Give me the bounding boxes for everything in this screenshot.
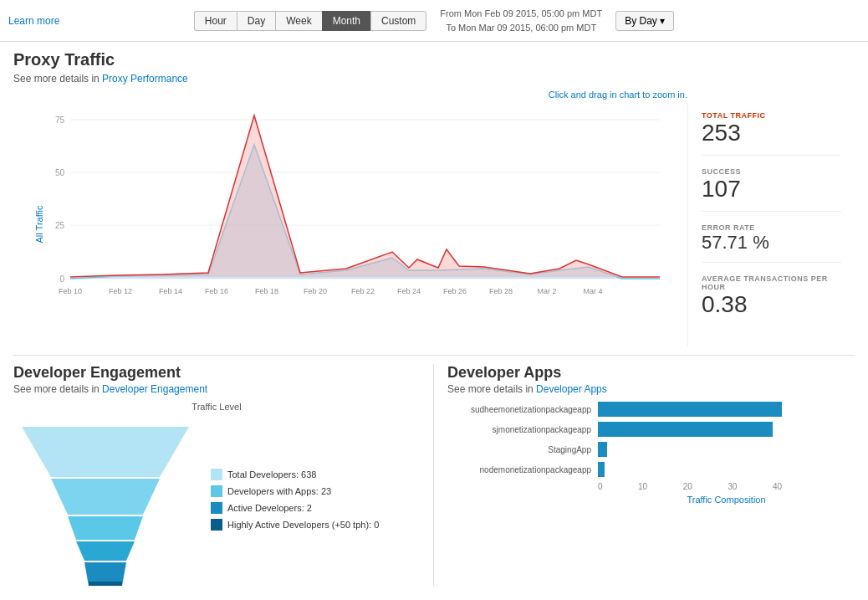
dev-engagement-link[interactable]: Developer Engagement xyxy=(102,383,207,395)
svg-marker-24 xyxy=(51,479,160,515)
hour-button[interactable]: Hour xyxy=(194,11,237,31)
legend-label-2: Active Developers: 2 xyxy=(227,503,312,513)
funnel-container: Total Developers: 638 Developers with Ap… xyxy=(13,418,420,586)
dev-apps-title: Developer Apps xyxy=(447,364,855,382)
top-bar: Learn more Hour Day Week Month Custom Fr… xyxy=(0,0,868,42)
axis-label: 10 xyxy=(638,482,647,491)
svg-text:75: 75 xyxy=(55,115,65,125)
custom-button[interactable]: Custom xyxy=(370,11,426,31)
by-day-button[interactable]: By Day ▾ xyxy=(615,11,674,31)
bar-label-2: StagingApp xyxy=(447,445,598,454)
axis-label: 30 xyxy=(728,482,737,491)
traffic-chart-wrapper: All Traffic 75 50 25 0 xyxy=(13,103,687,346)
error-rate-stat: ERROR RATE 57.71 % xyxy=(702,223,841,263)
bar-chart: sudheemonetizationpackageappsjmonetizati… xyxy=(447,402,855,491)
error-rate-label: ERROR RATE xyxy=(702,223,841,232)
svg-text:All Traffic: All Traffic xyxy=(34,205,44,244)
svg-text:Feb 10: Feb 10 xyxy=(59,287,82,295)
bar-label-0: sudheemonetizationpackageapp xyxy=(447,405,598,414)
bar-outer-3 xyxy=(598,462,855,477)
avg-tx-stat: AVERAGE TRANSACTIONS PER HOUR 0.38 xyxy=(702,274,841,326)
chart-hint: Click and drag in chart to zoom in. xyxy=(13,90,855,100)
svg-text:Feb 26: Feb 26 xyxy=(443,287,467,295)
proxy-performance-link[interactable]: Proxy Performance xyxy=(102,73,188,85)
bar-axis-title: Traffic Composition xyxy=(447,495,855,505)
date-range: From Mon Feb 09 2015, 05:00 pm MDT To Mo… xyxy=(440,7,602,34)
error-rate-value: 57.71 % xyxy=(702,232,841,254)
legend-label-3: Highly Active Developers (+50 tph): 0 xyxy=(227,520,379,530)
traffic-chart[interactable]: All Traffic 75 50 25 0 xyxy=(13,103,687,337)
axis-label: 0 xyxy=(598,482,603,491)
legend-item-2: Active Developers: 2 xyxy=(211,502,379,514)
svg-marker-25 xyxy=(68,516,143,540)
svg-text:Feb 16: Feb 16 xyxy=(205,287,228,295)
bar-outer-1 xyxy=(598,422,855,437)
avg-tx-value: 0.38 xyxy=(702,291,841,318)
bar-row-0: sudheemonetizationpackageapp xyxy=(447,402,855,417)
success-value: 107 xyxy=(702,176,841,203)
svg-rect-28 xyxy=(89,582,122,586)
proxy-traffic-subtitle: See more details in Proxy Performance xyxy=(13,73,855,85)
svg-text:Feb 22: Feb 22 xyxy=(351,287,375,295)
dev-engagement-subtitle: See more details in Developer Engagement xyxy=(13,383,420,395)
time-range-buttons: Hour Day Week Month Custom xyxy=(194,11,427,31)
svg-text:Mar 2: Mar 2 xyxy=(537,287,556,295)
funnel-chart xyxy=(13,418,197,586)
bar-axis-labels: 010203040 xyxy=(598,482,782,491)
svg-text:0: 0 xyxy=(59,274,64,284)
legend-label-0: Total Developers: 638 xyxy=(227,469,316,479)
svg-marker-10 xyxy=(70,115,660,277)
bar-fill-0 xyxy=(598,402,782,417)
success-stat: SUCCESS 107 xyxy=(702,167,841,212)
stats-panel: TOTAL TRAFFIC 253 SUCCESS 107 ERROR RATE… xyxy=(687,103,855,346)
svg-text:Feb 24: Feb 24 xyxy=(397,287,421,295)
total-traffic-label: TOTAL TRAFFIC xyxy=(702,111,841,120)
bottom-panels: Developer Engagement See more details in… xyxy=(13,355,855,586)
month-button[interactable]: Month xyxy=(322,11,370,31)
funnel-legend: Total Developers: 638 Developers with Ap… xyxy=(211,469,379,536)
svg-text:Feb 14: Feb 14 xyxy=(159,287,182,295)
proxy-traffic-section: Proxy Traffic See more details in Proxy … xyxy=(13,50,855,346)
total-traffic-value: 253 xyxy=(702,120,841,146)
axis-label: 40 xyxy=(773,482,782,491)
svg-text:Mar 4: Mar 4 xyxy=(583,287,602,295)
bar-label-3: nodemonetizationpackageapp xyxy=(447,465,598,474)
bar-label-1: sjmonetizationpackageapp xyxy=(447,425,598,434)
bar-row-2: StagingApp xyxy=(447,442,855,457)
bar-row-3: nodemonetizationpackageapp xyxy=(447,462,855,477)
svg-marker-23 xyxy=(22,427,189,477)
bar-fill-1 xyxy=(598,422,773,437)
total-traffic-stat: TOTAL TRAFFIC 253 xyxy=(702,111,841,156)
funnel-title: Traffic Level xyxy=(13,402,420,412)
bar-outer-0 xyxy=(598,402,855,417)
day-button[interactable]: Day xyxy=(237,11,275,31)
proxy-traffic-title: Proxy Traffic xyxy=(13,50,855,69)
bar-fill-3 xyxy=(598,462,605,477)
dev-apps-link[interactable]: Developer Apps xyxy=(536,383,607,395)
svg-marker-9 xyxy=(70,145,660,279)
legend-item-3: Highly Active Developers (+50 tph): 0 xyxy=(211,519,379,531)
legend-item-0: Total Developers: 638 xyxy=(211,469,379,480)
bar-outer-2 xyxy=(598,442,855,457)
week-button[interactable]: Week xyxy=(275,11,321,31)
success-label: SUCCESS xyxy=(702,167,841,176)
learn-more-link[interactable]: Learn more xyxy=(8,15,59,27)
developer-apps-panel: Developer Apps See more details in Devel… xyxy=(434,364,855,586)
bar-fill-2 xyxy=(598,442,607,457)
main-content: Proxy Traffic See more details in Proxy … xyxy=(0,42,868,594)
svg-text:25: 25 xyxy=(55,221,65,230)
svg-text:50: 50 xyxy=(55,168,65,177)
avg-tx-label: AVERAGE TRANSACTIONS PER HOUR xyxy=(702,274,841,291)
axis-label: 20 xyxy=(683,482,692,491)
bar-axis: 010203040 xyxy=(447,482,855,491)
svg-text:Feb 12: Feb 12 xyxy=(109,287,132,295)
svg-text:Feb 28: Feb 28 xyxy=(489,287,513,295)
bar-row-1: sjmonetizationpackageapp xyxy=(447,422,855,437)
dev-engagement-title: Developer Engagement xyxy=(13,364,420,382)
dev-apps-subtitle: See more details in Developer Apps xyxy=(447,383,855,395)
learn-more-wrap: Learn more xyxy=(8,15,59,27)
svg-marker-26 xyxy=(76,541,135,561)
legend-item-1: Developers with Apps: 23 xyxy=(211,485,379,497)
proxy-traffic-area: All Traffic 75 50 25 0 xyxy=(13,103,855,346)
legend-label-1: Developers with Apps: 23 xyxy=(227,486,331,496)
